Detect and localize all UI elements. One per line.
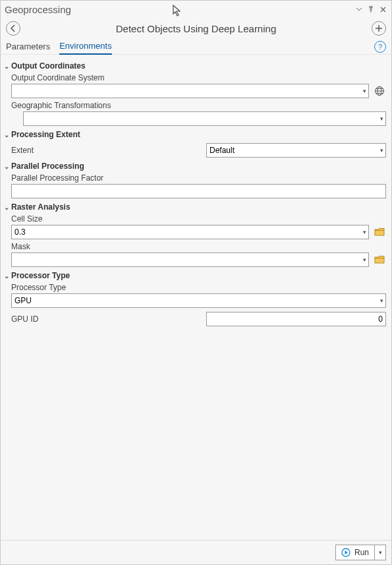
folder-icon [374,227,385,237]
tool-title: Detect Objects Using Deep Learning [20,23,372,34]
coordinate-system-picker-button[interactable] [373,84,386,98]
section-raster-analysis: ⌄ Raster Analysis Cell Size ▾ [2,202,386,267]
close-icon[interactable] [378,5,387,14]
pane-title-bar: Geoprocessing [1,1,391,18]
play-icon [341,548,350,557]
environments-panel: ⌄ Output Coordinates Output Coordinate S… [1,55,391,540]
chevron-down-icon: ⌄ [3,272,10,280]
section-parallel-processing: ⌄ Parallel Processing Parallel Processin… [2,162,386,198]
tab-environments[interactable]: Environments [59,39,111,55]
section-header-processing-extent[interactable]: ⌄ Processing Extent [2,130,386,139]
section-header-raster-analysis[interactable]: ⌄ Raster Analysis [2,202,386,212]
section-processing-extent: ⌄ Processing Extent Extent ▾ [2,130,386,158]
globe-icon [374,86,385,96]
back-arrow-icon [9,24,17,32]
extent-input[interactable] [206,143,386,158]
help-button[interactable]: ? [374,41,386,53]
pin-icon[interactable] [366,5,376,14]
label-parallel-processing-factor: Parallel Processing Factor [11,173,386,183]
label-output-coordinate-system: Output Coordinate System [11,73,386,82]
cell-size-input[interactable] [11,225,369,239]
label-mask: Mask [11,242,386,251]
processor-type-input[interactable] [11,293,386,308]
plus-icon [375,24,383,32]
tabs: Parameters Environments ? [1,39,391,55]
chevron-down-icon: ⌄ [3,204,10,211]
geographic-transformations-input[interactable] [23,111,386,126]
run-button-label: Run [354,548,369,557]
gpu-id-input[interactable] [206,312,386,326]
section-header-output-coordinates[interactable]: ⌄ Output Coordinates [2,61,386,71]
tool-header: Detect Objects Using Deep Learning [1,18,391,39]
cell-size-browse-button[interactable] [373,225,386,239]
menu-dropdown-icon[interactable] [354,5,364,14]
label-processor-type: Processor Type [11,283,386,292]
section-title: Processing Extent [11,130,80,139]
chevron-down-icon: ⌄ [3,131,10,138]
mouse-cursor-icon [173,5,183,18]
label-gpu-id: GPU ID [11,314,206,324]
add-button[interactable] [372,21,386,36]
section-processor-type: ⌄ Processor Type Processor Type ▾ GPU ID [2,271,386,326]
run-button[interactable]: Run ▾ [335,545,386,560]
help-icon: ? [378,43,382,51]
section-output-coordinates: ⌄ Output Coordinates Output Coordinate S… [2,61,386,126]
folder-icon [374,255,385,264]
section-title: Processor Type [11,271,70,280]
output-coordinate-system-input[interactable] [11,84,369,98]
back-button[interactable] [6,21,20,36]
pane-title: Geoprocessing [5,4,71,15]
footer: Run ▾ [1,540,391,564]
run-button-dropdown[interactable]: ▾ [375,545,385,560]
section-title: Raster Analysis [11,202,70,212]
chevron-down-icon: ⌄ [3,163,10,170]
chevron-down-icon: ⌄ [3,63,10,70]
parallel-processing-factor-input[interactable] [11,184,386,198]
tab-parameters[interactable]: Parameters [6,39,50,55]
section-title: Parallel Processing [11,162,84,171]
section-title: Output Coordinates [11,61,86,71]
label-geographic-transformations: Geographic Transformations [11,101,386,110]
mask-browse-button[interactable] [373,253,386,266]
label-cell-size: Cell Size [11,214,386,223]
section-header-processor-type[interactable]: ⌄ Processor Type [2,271,386,280]
label-extent: Extent [11,146,206,155]
section-header-parallel-processing[interactable]: ⌄ Parallel Processing [2,162,386,171]
mask-input[interactable] [11,253,369,267]
